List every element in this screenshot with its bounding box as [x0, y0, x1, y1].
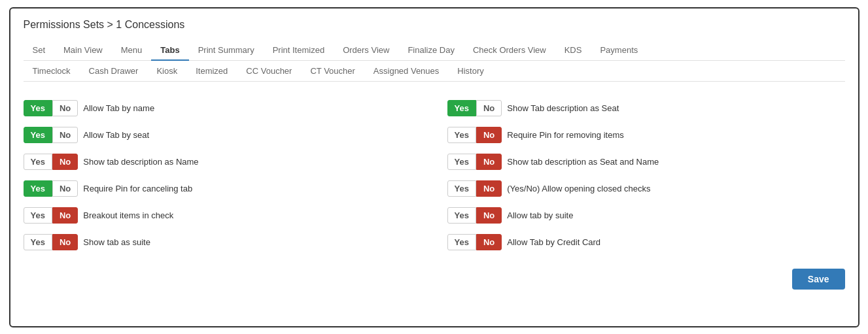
setting-row-allow-tab-by-seat: YesNoAllow Tab by seat [24, 122, 421, 148]
tab2-kiosk[interactable]: Kiosk [147, 61, 186, 81]
no-btn-require-pin-cancel[interactable]: No [52, 180, 78, 197]
setting-row-allow-tab-suite: YesNoAllow tab by suite [447, 202, 845, 229]
tab-print-summary[interactable]: Print Summary [189, 40, 264, 60]
yes-btn-allow-tab-suite[interactable]: Yes [447, 207, 476, 224]
no-btn-allow-tab-by-seat[interactable]: No [52, 127, 78, 143]
setting-row-show-tab-desc-seat-name: YesNoShow tab description as Seat and Na… [447, 148, 845, 175]
tab-print-itemized[interactable]: Print Itemized [264, 40, 334, 60]
setting-label-allow-open-closed: (Yes/No) Allow opening closed checks [507, 184, 650, 193]
save-btn-wrap: Save [24, 269, 845, 290]
toggle-group-show-tab-desc-name: YesNo [24, 154, 78, 170]
no-btn-show-tab-desc-seat[interactable]: No [476, 100, 502, 116]
yes-btn-allow-tab-by-name[interactable]: Yes [24, 100, 52, 116]
tab2-ct-voucher[interactable]: CT Voucher [301, 61, 364, 81]
setting-label-breakout-items: Breakout items in check [83, 210, 173, 220]
setting-label-show-tab-desc-seat: Show Tab description as Seat [507, 103, 619, 113]
setting-label-show-tab-desc-seat-name: Show tab description as Seat and Name [507, 157, 659, 167]
breadcrumb: Permissions Sets > 1 Concessions [24, 19, 845, 31]
setting-row-show-tab-desc-name: YesNoShow tab description as Name [24, 148, 421, 175]
yes-btn-allow-open-closed[interactable]: Yes [447, 180, 476, 197]
yes-btn-show-tab-desc-name[interactable]: Yes [24, 154, 52, 170]
tab-menu[interactable]: Menu [112, 40, 152, 60]
settings-left: YesNoAllow Tab by nameYesNoAllow Tab by … [24, 95, 421, 256]
yes-btn-require-pin-remove[interactable]: Yes [447, 127, 476, 143]
tab-finalize-day[interactable]: Finalize Day [398, 40, 464, 60]
setting-row-require-pin-remove: YesNoRequire Pin for removing items [447, 122, 845, 148]
setting-row-allow-open-closed: YesNo(Yes/No) Allow opening closed check… [447, 175, 845, 202]
yes-btn-allow-tab-cc[interactable]: Yes [447, 234, 476, 250]
tab-set[interactable]: Set [24, 40, 55, 60]
tab-main-view[interactable]: Main View [54, 40, 112, 60]
setting-label-allow-tab-by-seat: Allow Tab by seat [83, 130, 149, 140]
toggle-group-allow-tab-by-seat: YesNo [24, 127, 78, 143]
toggle-group-breakout-items: YesNo [24, 207, 78, 224]
no-btn-breakout-items[interactable]: No [52, 207, 78, 224]
content-area: YesNoAllow Tab by nameYesNoAllow Tab by … [24, 95, 845, 256]
setting-row-show-tab-desc-seat: YesNoShow Tab description as Seat [447, 95, 845, 122]
no-btn-allow-tab-by-name[interactable]: No [52, 100, 78, 116]
no-btn-allow-tab-cc[interactable]: No [476, 234, 502, 250]
setting-row-show-tab-suite: YesNoShow tab as suite [24, 229, 421, 256]
save-button[interactable]: Save [792, 269, 845, 290]
yes-btn-require-pin-cancel[interactable]: Yes [24, 180, 52, 197]
setting-label-allow-tab-suite: Allow tab by suite [507, 210, 573, 220]
tab-kds[interactable]: KDS [555, 40, 591, 60]
tab2-itemized[interactable]: Itemized [186, 61, 237, 81]
tab2-cash-drawer[interactable]: Cash Drawer [80, 61, 148, 81]
setting-row-allow-tab-by-name: YesNoAllow Tab by name [24, 95, 421, 122]
setting-label-show-tab-desc-name: Show tab description as Name [83, 157, 198, 167]
toggle-group-allow-open-closed: YesNo [447, 180, 502, 197]
setting-label-allow-tab-cc: Allow Tab by Credit Card [507, 237, 600, 247]
toggle-group-show-tab-suite: YesNo [24, 234, 78, 250]
setting-row-allow-tab-cc: YesNoAllow Tab by Credit Card [447, 229, 845, 256]
tab-payments[interactable]: Payments [591, 40, 647, 60]
settings-right: YesNoShow Tab description as SeatYesNoRe… [447, 95, 845, 256]
toggle-group-require-pin-remove: YesNo [447, 127, 502, 143]
yes-btn-show-tab-suite[interactable]: Yes [24, 234, 52, 250]
tabs-row-2: TimeclockCash DrawerKioskItemizedCC Vouc… [24, 61, 845, 82]
toggle-group-show-tab-desc-seat: YesNo [447, 100, 502, 116]
tab2-assigned-venues[interactable]: Assigned Venues [364, 61, 448, 81]
setting-label-allow-tab-by-name: Allow Tab by name [83, 103, 154, 113]
no-btn-allow-open-closed[interactable]: No [476, 180, 502, 197]
no-btn-allow-tab-suite[interactable]: No [476, 207, 502, 224]
no-btn-show-tab-desc-seat-name[interactable]: No [476, 154, 502, 170]
tabs-row-1: SetMain ViewMenuTabsPrint SummaryPrint I… [24, 40, 845, 61]
setting-label-show-tab-suite: Show tab as suite [83, 237, 150, 247]
tab2-cc-voucher[interactable]: CC Voucher [237, 61, 301, 81]
toggle-group-allow-tab-cc: YesNo [447, 234, 502, 250]
toggle-group-allow-tab-by-name: YesNo [24, 100, 78, 116]
no-btn-require-pin-remove[interactable]: No [476, 127, 502, 143]
toggle-group-allow-tab-suite: YesNo [447, 207, 502, 224]
toggle-group-show-tab-desc-seat-name: YesNo [447, 154, 502, 170]
setting-label-require-pin-remove: Require Pin for removing items [507, 130, 623, 140]
tab2-history[interactable]: History [448, 61, 493, 81]
tab2-timeclock[interactable]: Timeclock [24, 61, 80, 81]
tab-check-orders-view[interactable]: Check Orders View [464, 40, 555, 60]
tab-orders-view[interactable]: Orders View [334, 40, 398, 60]
setting-row-require-pin-cancel: YesNoRequire Pin for canceling tab [24, 175, 421, 202]
yes-btn-show-tab-desc-seat[interactable]: Yes [447, 100, 476, 116]
yes-btn-show-tab-desc-seat-name[interactable]: Yes [447, 154, 476, 170]
tab-tabs[interactable]: Tabs [151, 40, 188, 60]
setting-label-require-pin-cancel: Require Pin for canceling tab [83, 184, 192, 193]
yes-btn-allow-tab-by-seat[interactable]: Yes [24, 127, 52, 143]
no-btn-show-tab-suite[interactable]: No [52, 234, 78, 250]
yes-btn-breakout-items[interactable]: Yes [24, 207, 52, 224]
no-btn-show-tab-desc-name[interactable]: No [52, 154, 78, 170]
toggle-group-require-pin-cancel: YesNo [24, 180, 78, 197]
main-container: Permissions Sets > 1 Concessions SetMain… [9, 7, 859, 327]
setting-row-breakout-items: YesNoBreakout items in check [24, 202, 421, 229]
